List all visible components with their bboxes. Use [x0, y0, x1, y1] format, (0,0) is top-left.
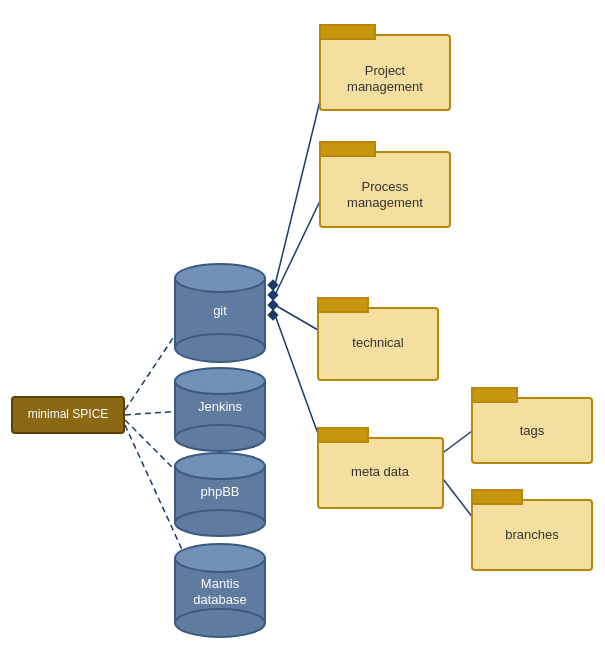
- svg-point-21: [175, 368, 265, 394]
- process-mgmt-label2: management: [347, 195, 423, 210]
- svg-rect-32: [320, 142, 375, 156]
- spice-box: minimal SPICE: [12, 397, 124, 433]
- svg-rect-34: [318, 298, 368, 312]
- mantis-label: Mantis: [201, 576, 240, 591]
- diagram: git Jenkins phpBB Mantis database Projec…: [0, 0, 605, 647]
- tags-label: tags: [520, 423, 545, 438]
- branches-label: branches: [505, 527, 559, 542]
- svg-rect-36: [318, 428, 368, 442]
- meta-data-folder: meta data: [318, 428, 443, 508]
- git-cylinder: git: [175, 264, 265, 362]
- process-mgmt-label: Process: [362, 179, 409, 194]
- jenkins-cylinder: Jenkins: [175, 368, 265, 451]
- svg-point-27: [175, 544, 265, 572]
- branches-folder: branches: [472, 490, 592, 570]
- spice-label: minimal SPICE: [28, 407, 109, 421]
- phpbb-cylinder: phpBB: [175, 453, 265, 536]
- mantis-label2: database: [193, 592, 247, 607]
- project-mgmt-label2: management: [347, 79, 423, 94]
- project-mgmt-folder: Project management: [320, 25, 450, 110]
- svg-point-25: [175, 510, 265, 536]
- tags-folder: tags: [472, 388, 592, 463]
- jenkins-label: Jenkins: [198, 399, 243, 414]
- project-mgmt-label: Project: [365, 63, 406, 78]
- technical-folder: technical: [318, 298, 438, 380]
- process-mgmt-folder: Process management: [320, 142, 450, 227]
- svg-rect-38: [472, 388, 517, 402]
- svg-point-22: [175, 425, 265, 451]
- mantis-cylinder: Mantis database: [175, 544, 265, 637]
- svg-rect-40: [472, 490, 522, 504]
- svg-rect-7: [267, 299, 278, 310]
- svg-point-28: [175, 609, 265, 637]
- git-label: git: [213, 303, 227, 318]
- meta-data-label: meta data: [351, 464, 410, 479]
- svg-point-18: [175, 264, 265, 292]
- phpbb-label: phpBB: [200, 484, 239, 499]
- svg-point-24: [175, 453, 265, 479]
- svg-rect-5: [267, 279, 278, 290]
- svg-point-19: [175, 334, 265, 362]
- svg-rect-30: [320, 25, 375, 39]
- technical-label: technical: [352, 335, 403, 350]
